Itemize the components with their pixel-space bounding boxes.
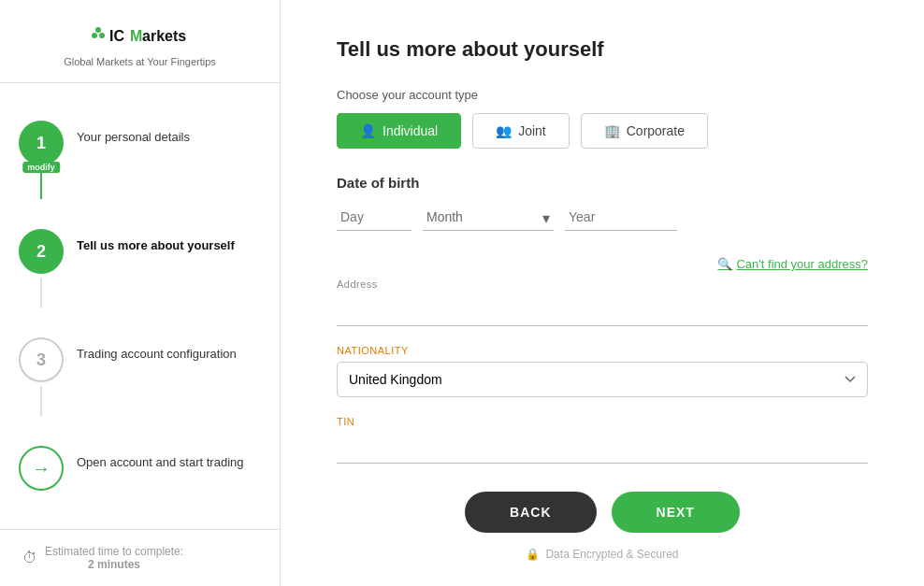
address-label: Address (337, 279, 868, 290)
step-1-content: Your personal details (77, 121, 190, 199)
joint-label: Joint (518, 123, 546, 138)
svg-text:M: M (130, 28, 142, 44)
tin-section: TIN (337, 416, 868, 464)
step-1-label: Your personal details (77, 130, 190, 144)
tin-label: TIN (337, 416, 868, 427)
corporate-label: Corporate (627, 123, 685, 138)
address-input[interactable] (337, 295, 868, 326)
svg-point-1 (99, 33, 105, 38)
dob-month-field: Month JanuaryFebruaryMarch AprilMayJune … (423, 204, 554, 231)
dob-day-input[interactable] (337, 204, 411, 231)
account-type-buttons: 👤 Individual 👥 Joint 🏢 Corporate (337, 113, 868, 149)
back-button[interactable]: BACK (465, 492, 596, 533)
individual-icon: 👤 (360, 123, 376, 138)
step-2-label: Tell us more about yourself (77, 238, 235, 252)
search-icon: 🔍 (717, 257, 732, 271)
secure-label: Data Encrypted & Secured (545, 548, 678, 561)
sidebar-bottom: ⏱ Estimated time to complete: 2 minutes (0, 529, 280, 586)
step-4-label: Open account and start trading (77, 455, 244, 469)
corporate-button[interactable]: 🏢 Corporate (581, 113, 708, 149)
step-2-content: Tell us more about yourself (77, 229, 235, 307)
corporate-icon: 🏢 (604, 123, 620, 138)
nationality-section: NATIONALITY United Kingdom United States… (337, 345, 868, 397)
dob-section-title: Date of birth (337, 175, 868, 191)
modify-badge: modify (22, 162, 60, 173)
step-list: 1 modify Your personal details 2 Tell us… (0, 83, 280, 528)
step-3-content: Trading account configuration (77, 337, 237, 416)
step-2-circle: 2 (19, 229, 64, 274)
step-4-circle: → (19, 446, 64, 491)
svg-text:arkets: arkets (142, 28, 186, 44)
cant-find-link[interactable]: 🔍 Can't find your address? (717, 257, 868, 271)
sidebar: IC M arkets Global Markets at Your Finge… (0, 0, 281, 586)
cant-find-label: Can't find your address? (736, 257, 868, 271)
dob-year-field (565, 204, 677, 231)
svg-point-0 (92, 33, 97, 38)
dob-year-input[interactable] (565, 204, 677, 231)
logo-subtitle: Global Markets at Your Fingertips (64, 56, 216, 67)
estimated-time: Estimated time to complete: 2 minutes (45, 545, 183, 571)
dob-day-field (337, 204, 411, 231)
joint-button[interactable]: 👥 Joint (472, 113, 570, 149)
step-4-content: Open account and start trading (77, 446, 244, 491)
step-3-label: Trading account configuration (77, 347, 237, 361)
dob-row: Month JanuaryFebruaryMarch AprilMayJune … (337, 204, 868, 231)
clock-icon: ⏱ (22, 550, 37, 566)
lock-icon: 🔒 (526, 548, 540, 561)
bottom-actions: BACK NEXT (337, 492, 868, 533)
logo-area: IC M arkets Global Markets at Your Finge… (0, 0, 280, 82)
individual-label: Individual (383, 123, 438, 138)
logo: IC M arkets (89, 22, 192, 54)
account-type-label: Choose your account type (337, 88, 868, 102)
cant-find-row: 🔍 Can't find your address? (337, 257, 868, 271)
joint-icon: 👥 (496, 123, 512, 138)
secure-row: 🔒 Data Encrypted & Secured (337, 548, 868, 561)
page-title: Tell us more about yourself (337, 37, 868, 62)
nationality-select[interactable]: United Kingdom United States Australia G… (337, 362, 868, 397)
step-3-circle: 3 (19, 337, 64, 382)
svg-text:IC: IC (109, 28, 124, 44)
nationality-label: NATIONALITY (337, 345, 868, 356)
tin-input[interactable] (337, 433, 868, 464)
step-1-circle: 1 modify (19, 121, 64, 165)
address-section: Address (337, 279, 868, 326)
main-content: Tell us more about yourself Choose your … (281, 0, 924, 586)
next-button[interactable]: NEXT (612, 492, 740, 533)
dob-month-select[interactable]: Month JanuaryFebruaryMarch AprilMayJune … (423, 204, 554, 231)
svg-point-2 (95, 27, 101, 33)
individual-button[interactable]: 👤 Individual (337, 113, 461, 149)
